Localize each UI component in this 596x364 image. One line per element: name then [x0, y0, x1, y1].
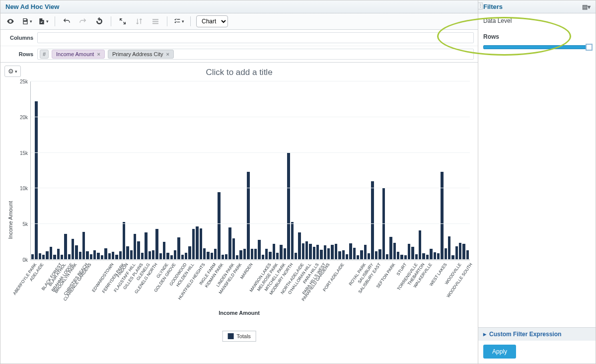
rows-dropzone[interactable]: # Income Amount × Primary Address City × — [37, 49, 474, 60]
bar[interactable] — [196, 226, 198, 260]
bar[interactable] — [313, 247, 315, 260]
bar[interactable] — [419, 230, 421, 260]
bar[interactable] — [185, 253, 187, 260]
bar[interactable] — [295, 253, 297, 260]
slider-thumb[interactable] — [586, 44, 593, 51]
bar[interactable] — [462, 244, 465, 260]
bar[interactable] — [408, 244, 410, 260]
bar[interactable] — [130, 250, 133, 260]
bar[interactable] — [375, 251, 377, 260]
bar[interactable] — [276, 253, 279, 260]
bar[interactable] — [188, 246, 191, 260]
chart-title-input[interactable]: Click to add a title — [0, 63, 478, 79]
chart-settings-button[interactable]: ⚙ ▾ — [4, 66, 21, 77]
bar[interactable] — [335, 244, 337, 260]
bar[interactable] — [119, 251, 122, 260]
bar[interactable] — [280, 245, 282, 260]
bar[interactable] — [342, 250, 345, 260]
bar[interactable] — [177, 237, 180, 260]
bar[interactable] — [353, 248, 356, 260]
bar[interactable] — [50, 247, 52, 260]
bar[interactable] — [75, 245, 77, 260]
bar[interactable] — [82, 232, 85, 260]
bar[interactable] — [166, 253, 169, 260]
bar[interactable] — [134, 234, 136, 260]
bar[interactable] — [309, 244, 311, 260]
bar[interactable] — [149, 251, 151, 260]
bar[interactable] — [112, 252, 114, 260]
bar[interactable] — [287, 153, 290, 260]
bar[interactable] — [192, 229, 195, 260]
bar[interactable] — [360, 250, 363, 260]
undo-button[interactable] — [61, 16, 73, 27]
toggle-preview-button[interactable] — [4, 16, 16, 27]
bar[interactable] — [254, 249, 257, 260]
bar[interactable] — [174, 250, 176, 260]
bar[interactable] — [378, 249, 381, 260]
view-mode-select[interactable]: Chart — [196, 15, 228, 27]
sort-button[interactable] — [133, 16, 145, 27]
bar[interactable] — [72, 239, 74, 260]
bar[interactable] — [434, 252, 436, 260]
custom-filter-expression-toggle[interactable]: ▸ Custom Filter Expression — [478, 327, 596, 341]
columns-dropzone[interactable] — [37, 32, 474, 43]
bar[interactable] — [430, 249, 432, 260]
bar[interactable] — [455, 246, 458, 260]
pivot-button[interactable] — [117, 16, 129, 27]
save-button[interactable]: ▾ — [21, 16, 33, 27]
bar[interactable] — [232, 238, 235, 260]
filters-menu-button[interactable]: ▤▾ — [582, 3, 591, 10]
reset-button[interactable] — [93, 16, 105, 27]
close-icon[interactable]: × — [97, 51, 100, 57]
bar[interactable] — [331, 245, 333, 260]
bar[interactable] — [273, 244, 275, 260]
bar[interactable] — [207, 252, 209, 260]
bar[interactable] — [152, 250, 154, 260]
bar[interactable] — [397, 252, 399, 260]
bar[interactable] — [64, 234, 67, 260]
bar[interactable] — [126, 246, 129, 260]
bar[interactable] — [145, 232, 147, 260]
bar[interactable] — [371, 181, 373, 260]
bar[interactable] — [448, 236, 450, 260]
redo-button[interactable] — [77, 16, 89, 27]
bar[interactable] — [211, 253, 213, 260]
bar[interactable] — [35, 101, 37, 260]
bar[interactable] — [155, 229, 158, 260]
row-pill-income-amount[interactable]: Income Amount × — [52, 50, 105, 59]
bar[interactable] — [393, 243, 396, 260]
bar[interactable] — [93, 250, 96, 260]
bar[interactable] — [123, 222, 125, 260]
bar[interactable] — [411, 247, 414, 260]
bar[interactable] — [57, 249, 60, 260]
collapse-handle[interactable] — [478, 2, 483, 9]
bar[interactable] — [338, 251, 341, 260]
bar[interactable] — [86, 251, 88, 260]
bar[interactable] — [247, 172, 249, 260]
bar[interactable] — [200, 228, 202, 260]
bar[interactable] — [445, 248, 447, 260]
rows-slider[interactable] — [483, 44, 591, 50]
bar[interactable] — [243, 249, 246, 260]
bar[interactable] — [214, 249, 217, 260]
bar[interactable] — [46, 251, 48, 260]
bar[interactable] — [203, 248, 206, 260]
bar[interactable] — [466, 250, 469, 260]
bar[interactable] — [324, 245, 326, 260]
layout-button[interactable] — [149, 16, 161, 27]
bar[interactable] — [302, 243, 304, 260]
bar[interactable] — [228, 227, 231, 260]
bar[interactable] — [305, 241, 308, 260]
bar[interactable] — [320, 250, 322, 260]
bar[interactable] — [141, 253, 144, 260]
bar[interactable] — [97, 253, 99, 260]
export-button[interactable]: ▾ — [37, 16, 49, 27]
close-icon[interactable]: × — [166, 51, 169, 57]
bar[interactable] — [298, 232, 300, 260]
bar[interactable] — [327, 248, 330, 260]
bar[interactable] — [137, 241, 140, 260]
bar[interactable] — [104, 248, 107, 260]
bar[interactable] — [441, 172, 443, 260]
bar[interactable] — [239, 250, 242, 260]
bar[interactable] — [269, 252, 271, 260]
